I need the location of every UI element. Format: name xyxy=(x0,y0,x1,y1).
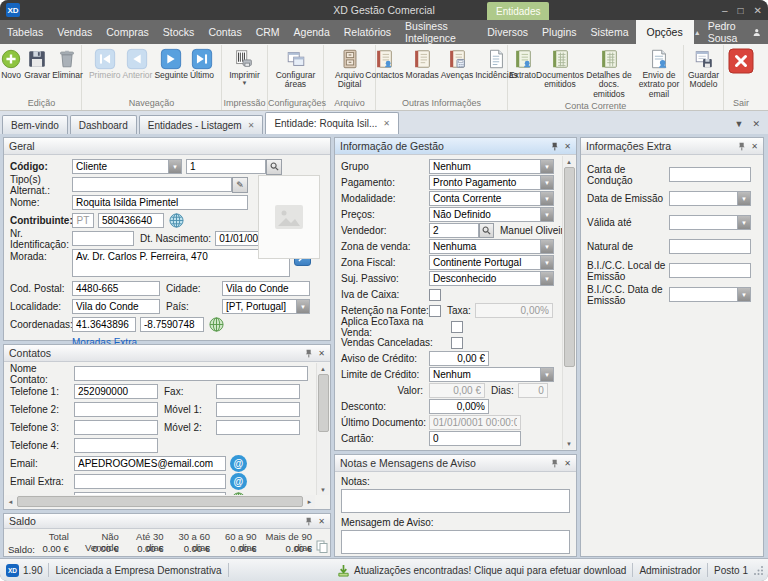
movel1-field[interactable] xyxy=(216,402,300,417)
cidade-field[interactable] xyxy=(222,281,310,296)
tab-close-icon[interactable]: ✕ xyxy=(383,119,390,128)
gestao-vertical-scrollbar[interactable]: ▲ ▼ xyxy=(562,156,575,449)
copy-icon[interactable] xyxy=(316,540,328,555)
email-at-icon[interactable]: @ xyxy=(230,455,247,472)
novo-button[interactable]: Novo xyxy=(0,47,23,81)
tab-dashboard[interactable]: Dashboard xyxy=(70,115,137,134)
zona-fiscal-select[interactable]: Continente Portugal▼ xyxy=(429,255,554,270)
bi-data-emissao-select[interactable]: ▼ xyxy=(669,287,751,302)
contactos-button[interactable]: Contactos xyxy=(364,47,404,81)
scroll-down-icon[interactable]: ▼ xyxy=(563,438,575,449)
grupo-select[interactable]: Nenhum▼ xyxy=(429,159,554,174)
latitude-field[interactable] xyxy=(72,317,136,332)
telefone4-field[interactable] xyxy=(74,438,158,453)
menu-relatorios[interactable]: Relatórios xyxy=(337,20,398,44)
envio-extrato-button[interactable]: Envio de extrato por email xyxy=(635,47,683,100)
guardar-modelo-button[interactable]: Guardar Modelo xyxy=(684,47,723,91)
ecotaxa-checkbox[interactable] xyxy=(451,321,463,333)
localidade-field[interactable] xyxy=(72,299,160,314)
pagamento-select[interactable]: Pronto Pagamento▼ xyxy=(429,175,554,190)
contatos-vertical-scrollbar[interactable]: ▲ ▼ xyxy=(316,363,329,495)
cartao-field[interactable] xyxy=(429,431,521,446)
scroll-down-icon[interactable]: ▼ xyxy=(317,484,329,495)
scroll-right-icon[interactable]: ► xyxy=(304,496,315,507)
gravar-button[interactable]: Gravar xyxy=(23,47,51,81)
extrato-button[interactable]: Extrato xyxy=(508,47,537,81)
maximize-button[interactable]: □ xyxy=(738,5,744,16)
menu-tabelas[interactable]: Tabelas xyxy=(0,20,50,44)
tab-list-dropdown-icon[interactable]: ▼ xyxy=(735,119,744,129)
edit-pencil-icon[interactable]: ✎ xyxy=(232,177,248,193)
pin-icon[interactable] xyxy=(305,517,313,526)
validate-vat-globe-icon[interactable] xyxy=(168,212,185,229)
search-icon[interactable] xyxy=(479,223,494,238)
user-icon[interactable] xyxy=(753,26,760,39)
scroll-up-icon[interactable]: ▲ xyxy=(317,363,329,374)
precos-select[interactable]: Não Definido▼ xyxy=(429,207,554,222)
moradas-button[interactable]: Moradas xyxy=(405,47,440,81)
carta-conducao-field[interactable] xyxy=(669,167,751,182)
menu-stocks[interactable]: Stocks xyxy=(156,20,202,44)
pin-icon[interactable] xyxy=(738,142,746,151)
panel-close-icon[interactable]: ✕ xyxy=(751,142,758,151)
menu-contas[interactable]: Contas xyxy=(201,20,248,44)
menu-crm[interactable]: CRM xyxy=(249,20,287,44)
zona-venda-select[interactable]: Nenhuma▼ xyxy=(429,239,554,254)
context-tab-entidades[interactable]: Entidades xyxy=(487,2,549,20)
menu-compras[interactable]: Compras xyxy=(99,20,156,44)
anterior-button[interactable]: Anterior xyxy=(122,47,154,81)
movel2-field[interactable] xyxy=(216,420,300,435)
seguinte-button[interactable]: Seguinte xyxy=(153,47,189,81)
iva-caixa-checkbox[interactable] xyxy=(429,289,441,301)
menu-agenda[interactable]: Agenda xyxy=(287,20,337,44)
ultimo-button[interactable]: Último xyxy=(189,47,215,81)
pin-icon[interactable] xyxy=(551,142,559,151)
collapse-ribbon-icon[interactable]: ▲ xyxy=(694,29,701,36)
nr-identificacao-field[interactable] xyxy=(72,231,134,246)
menu-vendas[interactable]: Vendas xyxy=(50,20,99,44)
resize-grip[interactable] xyxy=(754,565,764,575)
eliminar-button[interactable]: Eliminar xyxy=(51,47,84,81)
desconto-field[interactable] xyxy=(429,399,489,414)
dias-field[interactable] xyxy=(518,383,548,398)
codigo-field[interactable] xyxy=(186,159,266,174)
entity-photo-placeholder[interactable] xyxy=(258,175,320,259)
tab-strip-close-icon[interactable]: ✕ xyxy=(752,119,760,129)
panel-close-icon[interactable]: ✕ xyxy=(318,349,325,358)
panel-close-icon[interactable]: ✕ xyxy=(318,517,325,526)
sair-button[interactable] xyxy=(727,47,755,75)
documentos-emitidos-button[interactable]: Documentos emitidos xyxy=(537,47,583,91)
contatos-horizontal-scrollbar[interactable]: ◄ ► xyxy=(5,495,315,508)
aviso-credito-field[interactable] xyxy=(429,351,489,366)
scroll-left-icon[interactable]: ◄ xyxy=(5,496,16,507)
minimize-button[interactable]: – xyxy=(722,5,728,16)
email-extra-field[interactable] xyxy=(74,474,226,489)
scroll-up-icon[interactable]: ▲ xyxy=(563,156,575,167)
taxa-field[interactable] xyxy=(475,303,553,318)
configurar-areas-button[interactable]: Configurar áreas xyxy=(268,47,323,91)
detalhes-docs-button[interactable]: Detalhes de docs. emitidos xyxy=(583,47,635,100)
contribuinte-pais-field[interactable] xyxy=(72,213,94,228)
email-extra-at-icon[interactable]: @ xyxy=(230,473,247,490)
close-button[interactable]: ✕ xyxy=(754,5,762,16)
menu-plugins[interactable]: Plugins xyxy=(535,20,583,44)
imprimir-button[interactable]: Imprimir ▼ xyxy=(228,47,261,88)
coordinates-globe-icon[interactable] xyxy=(208,316,225,333)
tab-close-icon[interactable]: ✕ xyxy=(248,121,255,130)
telefone2-field[interactable] xyxy=(74,402,158,417)
panel-close-icon[interactable]: ✕ xyxy=(564,142,571,151)
valor-field[interactable] xyxy=(429,383,485,398)
codigo-tipo-select[interactable]: Cliente▼ xyxy=(72,159,182,174)
tab-opcoes[interactable]: Opções xyxy=(636,20,694,44)
limite-credito-select[interactable]: Nenhum▼ xyxy=(429,367,554,382)
pin-icon[interactable] xyxy=(305,349,313,358)
fax-field[interactable] xyxy=(216,384,300,399)
data-emissao-select[interactable]: ▼ xyxy=(669,191,751,206)
vendedor-field[interactable] xyxy=(429,223,479,238)
tab-entidades-listagem[interactable]: Entidades - Listagem✕ xyxy=(139,115,264,134)
valida-ate-select[interactable]: ▼ xyxy=(669,215,751,230)
tipos-alternat-field[interactable] xyxy=(72,177,232,192)
menu-sistema[interactable]: Sistema xyxy=(584,20,636,44)
contribuinte-field[interactable] xyxy=(98,213,164,228)
ultimo-documento-field[interactable] xyxy=(429,415,521,430)
